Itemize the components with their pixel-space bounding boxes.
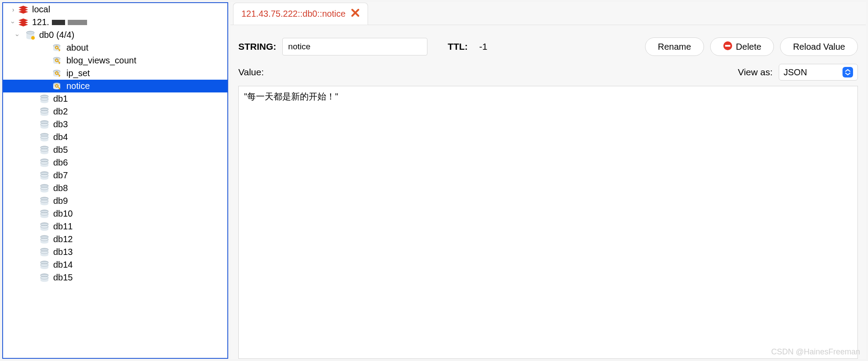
view-as-value: JSON [784, 67, 807, 77]
tree-connection-remote[interactable]: › 121. [3, 16, 227, 29]
value-label: Value: [238, 67, 264, 77]
database-icon [38, 107, 51, 117]
redacted-text [68, 20, 87, 25]
tree-db-db4[interactable]: db4 [3, 131, 227, 144]
delete-icon [723, 41, 733, 53]
connection-label: 121. [32, 17, 49, 27]
connection-label: local [32, 4, 50, 15]
tree-db-db1[interactable]: db1 [3, 92, 227, 105]
db-label: db0 (4/4) [39, 30, 74, 40]
ttl-label: TTL: [448, 41, 467, 52]
redacted-text [52, 20, 65, 25]
tree-db-db6[interactable]: db6 [3, 156, 227, 169]
tree-key-notice[interactable]: notice [3, 80, 227, 92]
database-icon [38, 260, 51, 270]
database-icon [38, 171, 51, 180]
tree-db-db2[interactable]: db2 [3, 105, 227, 118]
tree-db-db7[interactable]: db7 [3, 169, 227, 182]
key-name-input[interactable] [282, 38, 427, 55]
db-label: db1 [53, 94, 68, 104]
db-label: db3 [53, 119, 68, 129]
tab-active[interactable]: 121.43.75.222::db0::notice [233, 3, 368, 25]
watermark: CSDN @HainesFreeman [771, 347, 860, 357]
view-as-label: View as: [738, 67, 773, 77]
database-icon [38, 273, 51, 283]
tree-db-db10[interactable]: db10 [3, 207, 227, 220]
db-label: db4 [53, 132, 68, 142]
tree-key-blog_views_count[interactable]: blog_views_count [3, 54, 227, 67]
key-toolbar: STRING: TTL: Rename Delete Reload Value [230, 25, 866, 64]
key-icon [51, 43, 64, 53]
db-label: db10 [53, 209, 73, 219]
key-label: blog_views_count [66, 55, 136, 66]
tree-connection-local[interactable]: › local [3, 3, 227, 16]
tree-db-db3[interactable]: db3 [3, 118, 227, 131]
database-icon [38, 196, 51, 206]
chevron-down-icon: › [10, 18, 17, 26]
database-icon [38, 145, 51, 155]
redis-icon [17, 5, 29, 15]
key-label: ip_set [66, 68, 90, 78]
tab-bar: 121.43.75.222::db0::notice [230, 2, 866, 25]
db-label: db11 [53, 221, 73, 232]
db-label: db9 [53, 196, 68, 206]
tree-db-db5[interactable]: db5 [3, 144, 227, 156]
key-label: notice [66, 81, 90, 91]
tree-key-about[interactable]: about [3, 41, 227, 54]
sidebar: › local › 121. › db0 (4/4) aboutblog_vie… [2, 2, 228, 359]
tree-db-db13[interactable]: db13 [3, 246, 227, 258]
svg-rect-75 [725, 45, 730, 47]
rename-button[interactable]: Rename [645, 37, 704, 56]
db-label: db5 [53, 145, 68, 155]
chevron-right-icon: › [9, 6, 17, 13]
reload-value-button[interactable]: Reload Value [780, 37, 858, 56]
db-label: db12 [53, 234, 73, 244]
ttl-input[interactable] [474, 38, 496, 55]
delete-label: Delete [736, 42, 762, 52]
key-label: about [66, 43, 88, 53]
db-label: db13 [53, 247, 73, 257]
main-panel: 121.43.75.222::db0::notice STRING: TTL: … [230, 2, 866, 359]
tree-db-db8[interactable]: db8 [3, 182, 227, 195]
db-label: db14 [53, 260, 73, 270]
db-label: db2 [53, 107, 68, 117]
tree-db-db9[interactable]: db9 [3, 195, 227, 207]
tree-db0[interactable]: › db0 (4/4) [3, 29, 227, 41]
tab-label: 121.43.75.222::db0::notice [241, 9, 346, 19]
type-label: STRING: [238, 41, 276, 52]
database-icon [38, 222, 51, 232]
tree-db-db14[interactable]: db14 [3, 258, 227, 271]
database-icon [38, 133, 51, 142]
db-label: db6 [53, 158, 68, 168]
database-icon [38, 158, 51, 168]
redis-icon [17, 18, 29, 27]
tree-key-ip_set[interactable]: ip_set [3, 67, 227, 80]
key-icon [51, 56, 64, 66]
database-icon [38, 94, 51, 104]
database-icon [38, 247, 51, 257]
database-icon [38, 209, 51, 219]
value-content[interactable]: "每一天都是新的开始！" [238, 86, 858, 359]
svg-point-8 [31, 36, 35, 40]
close-icon[interactable] [351, 8, 360, 19]
database-icon [38, 120, 51, 129]
svg-marker-5 [18, 23, 28, 26]
tree-db-db15[interactable]: db15 [3, 271, 227, 284]
db-label: db7 [53, 170, 68, 180]
db-label: db15 [53, 273, 73, 283]
tree-db-db12[interactable]: db12 [3, 233, 227, 246]
select-toggle-icon [842, 67, 853, 77]
database-icon [38, 235, 51, 244]
key-icon [51, 81, 64, 91]
tree-db-db11[interactable]: db11 [3, 220, 227, 233]
database-icon [24, 30, 36, 40]
value-header: Value: View as: JSON [230, 64, 866, 86]
svg-marker-2 [18, 10, 28, 14]
chevron-down-icon: › [14, 31, 21, 39]
db-label: db8 [53, 183, 68, 193]
database-icon [38, 184, 51, 193]
view-as-select[interactable]: JSON [779, 64, 858, 81]
delete-button[interactable]: Delete [710, 37, 774, 56]
key-icon [51, 69, 64, 78]
